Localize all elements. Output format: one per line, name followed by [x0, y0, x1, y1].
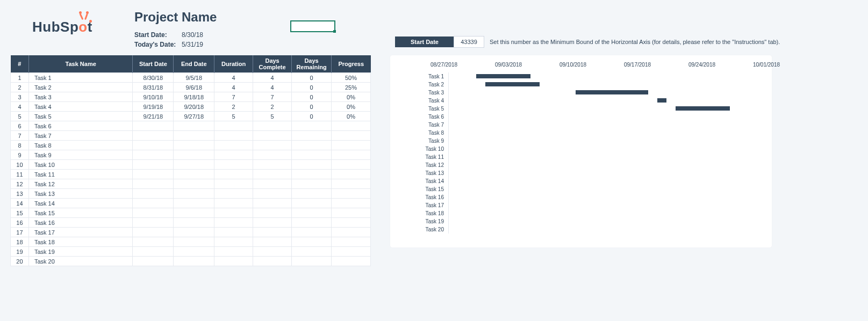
- table-row[interactable]: 3Task 39/10/189/18/187700%: [11, 92, 371, 102]
- cell-dr[interactable]: [292, 237, 332, 247]
- cell-p[interactable]: [332, 160, 371, 170]
- cell-s[interactable]: 8/31/18: [133, 83, 174, 92]
- table-row[interactable]: 2Task 28/31/189/6/1844025%: [11, 83, 371, 92]
- cell-dc[interactable]: [253, 131, 292, 141]
- cell-p[interactable]: 0%: [332, 102, 371, 112]
- cell-dur[interactable]: [214, 199, 253, 208]
- cell-n[interactable]: 18: [11, 237, 29, 247]
- cell-n[interactable]: 19: [11, 247, 29, 257]
- cell-name[interactable]: Task 17: [28, 228, 133, 237]
- cell-p[interactable]: 0%: [332, 112, 371, 121]
- table-row[interactable]: 17Task 17: [11, 228, 371, 237]
- gantt-bar[interactable]: [485, 82, 540, 86]
- table-row[interactable]: 18Task 18: [11, 237, 371, 247]
- cell-p[interactable]: [332, 179, 371, 189]
- cell-dur[interactable]: [214, 141, 253, 150]
- cell-n[interactable]: 4: [11, 102, 29, 112]
- cell-dur[interactable]: [214, 257, 253, 266]
- cell-name[interactable]: Task 7: [28, 131, 133, 141]
- cell-dur[interactable]: [214, 179, 253, 189]
- cell-s[interactable]: [133, 228, 174, 237]
- cell-e[interactable]: [174, 208, 214, 218]
- cell-s[interactable]: [133, 208, 174, 218]
- cell-dr[interactable]: 0: [292, 83, 332, 92]
- cell-e[interactable]: [174, 179, 214, 189]
- cell-s[interactable]: 9/19/18: [133, 102, 174, 112]
- cell-dc[interactable]: [253, 141, 292, 150]
- cell-s[interactable]: [133, 131, 174, 141]
- cell-dc[interactable]: 4: [253, 73, 292, 83]
- cell-n[interactable]: 15: [11, 208, 29, 218]
- table-row[interactable]: 14Task 14: [11, 199, 371, 208]
- cell-n[interactable]: 20: [11, 257, 29, 266]
- table-row[interactable]: 13Task 13: [11, 189, 371, 199]
- cell-dc[interactable]: [253, 218, 292, 228]
- cell-dur[interactable]: [214, 150, 253, 160]
- cell-dr[interactable]: [292, 131, 332, 141]
- cell-s[interactable]: [133, 189, 174, 199]
- cell-n[interactable]: 6: [11, 121, 29, 131]
- start-date-value[interactable]: 8/30/18: [182, 31, 203, 39]
- cell-dur[interactable]: 5: [214, 112, 253, 121]
- gantt-bar[interactable]: [576, 90, 648, 94]
- cell-e[interactable]: [174, 150, 214, 160]
- cell-dur[interactable]: [214, 131, 253, 141]
- cell-dr[interactable]: 0: [292, 73, 332, 83]
- table-row[interactable]: 9Task 9: [11, 150, 371, 160]
- gantt-bar[interactable]: [676, 106, 730, 111]
- cell-name[interactable]: Task 12: [28, 179, 133, 189]
- cell-dur[interactable]: [214, 121, 253, 131]
- cell-p[interactable]: 0%: [332, 92, 371, 102]
- cell-dr[interactable]: 0: [292, 112, 332, 121]
- cell-e[interactable]: 9/18/18: [174, 92, 214, 102]
- cell-dc[interactable]: [253, 199, 292, 208]
- cell-e[interactable]: [174, 218, 214, 228]
- table-row[interactable]: 10Task 10: [11, 160, 371, 170]
- cell-dur[interactable]: [214, 247, 253, 257]
- cell-dur[interactable]: [214, 218, 253, 228]
- cell-dc[interactable]: [253, 121, 292, 131]
- cell-e[interactable]: 9/27/18: [174, 112, 214, 121]
- cell-p[interactable]: 50%: [332, 73, 371, 83]
- cell-name[interactable]: Task 16: [28, 218, 133, 228]
- cell-dr[interactable]: [292, 150, 332, 160]
- cell-s[interactable]: 8/30/18: [133, 73, 174, 83]
- cell-p[interactable]: [332, 189, 371, 199]
- cell-s[interactable]: [133, 150, 174, 160]
- cell-dc[interactable]: [253, 257, 292, 266]
- cell-name[interactable]: Task 20: [28, 257, 133, 266]
- table-row[interactable]: 7Task 7: [11, 131, 371, 141]
- cell-dur[interactable]: 7: [214, 92, 253, 102]
- cell-dur[interactable]: [214, 228, 253, 237]
- cell-dr[interactable]: [292, 160, 332, 170]
- cell-s[interactable]: [133, 199, 174, 208]
- cell-e[interactable]: 9/20/18: [174, 102, 214, 112]
- cell-p[interactable]: [332, 247, 371, 257]
- cell-p[interactable]: [332, 131, 371, 141]
- cell-dc[interactable]: [253, 247, 292, 257]
- cell-p[interactable]: 25%: [332, 83, 371, 92]
- table-row[interactable]: 16Task 16: [11, 218, 371, 228]
- cell-e[interactable]: [174, 247, 214, 257]
- cell-s[interactable]: [133, 170, 174, 179]
- cell-name[interactable]: Task 6: [28, 121, 133, 131]
- cell-e[interactable]: 9/6/18: [174, 83, 214, 92]
- today-date-value[interactable]: 5/31/19: [182, 41, 203, 48]
- cell-dr[interactable]: [292, 247, 332, 257]
- cell-n[interactable]: 13: [11, 189, 29, 199]
- cell-p[interactable]: [332, 141, 371, 150]
- cell-name[interactable]: Task 19: [28, 247, 133, 257]
- cell-p[interactable]: [332, 170, 371, 179]
- cell-n[interactable]: 11: [11, 170, 29, 179]
- cell-n[interactable]: 2: [11, 83, 29, 92]
- cell-s[interactable]: [133, 121, 174, 131]
- cell-dur[interactable]: [214, 189, 253, 199]
- cell-dc[interactable]: 4: [253, 83, 292, 92]
- cell-e[interactable]: [174, 237, 214, 247]
- cell-dc[interactable]: [253, 189, 292, 199]
- table-row[interactable]: 6Task 6: [11, 121, 371, 131]
- table-row[interactable]: 1Task 18/30/189/5/1844050%: [11, 73, 371, 83]
- cell-name[interactable]: Task 14: [28, 199, 133, 208]
- cell-n[interactable]: 14: [11, 199, 29, 208]
- cell-dc[interactable]: [253, 160, 292, 170]
